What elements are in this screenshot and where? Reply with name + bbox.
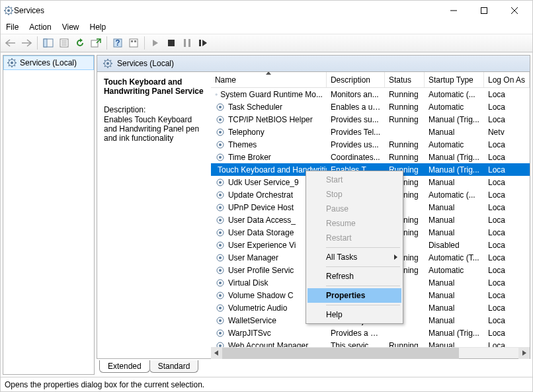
context-refresh[interactable]: Refresh bbox=[308, 269, 401, 284]
tab-standard[interactable]: Standard bbox=[149, 360, 199, 373]
gear-icon bbox=[215, 190, 226, 200]
stop-service-button[interactable] bbox=[164, 36, 179, 50]
cell-description: Provides su... bbox=[327, 115, 385, 124]
menu-file[interactable]: File bbox=[6, 22, 19, 32]
cell-status: Running bbox=[385, 115, 425, 124]
cell-description: Provides a JI... bbox=[327, 329, 385, 338]
nav-item-services-local[interactable]: Services (Local) bbox=[3, 56, 94, 70]
column-description[interactable]: Description bbox=[327, 72, 385, 87]
column-startup-type[interactable]: Startup Type bbox=[425, 72, 484, 87]
service-row[interactable]: WarpJITSvcProvides a JI...Manual (Trig..… bbox=[211, 327, 530, 339]
cell-startup: Manual bbox=[425, 291, 484, 300]
cell-status: Running bbox=[385, 341, 425, 348]
horizontal-scrollbar[interactable] bbox=[211, 347, 530, 358]
column-name[interactable]: Name bbox=[211, 72, 327, 87]
svg-point-39 bbox=[219, 143, 222, 146]
context-resume[interactable]: Resume bbox=[308, 216, 401, 231]
service-row[interactable]: ThemesProvides us...RunningAutomaticLoca bbox=[211, 138, 530, 151]
cell-logon: Loca bbox=[484, 316, 530, 325]
service-row[interactable]: Web Account ManagerThis service ...Runni… bbox=[211, 339, 530, 347]
svg-point-71 bbox=[219, 344, 222, 347]
cell-startup: Manual bbox=[425, 203, 484, 212]
service-row[interactable]: Task SchedulerEnables a us...RunningAuto… bbox=[211, 100, 530, 113]
close-button[interactable] bbox=[499, 1, 530, 20]
cell-logon: Netv bbox=[484, 128, 530, 137]
refresh-button[interactable] bbox=[73, 36, 87, 50]
context-restart[interactable]: Restart bbox=[308, 231, 401, 245]
scroll-thumb[interactable] bbox=[222, 348, 459, 359]
restart-service-button[interactable] bbox=[196, 36, 210, 50]
export-button[interactable] bbox=[89, 36, 103, 50]
pause-service-button[interactable] bbox=[180, 36, 194, 50]
svg-point-41 bbox=[219, 156, 222, 159]
column-status[interactable]: Status bbox=[385, 72, 425, 87]
sort-indicator-icon bbox=[266, 72, 271, 75]
properties-toolbar-button[interactable] bbox=[57, 36, 71, 50]
gear-icon bbox=[215, 340, 226, 348]
scroll-right-button[interactable] bbox=[518, 348, 530, 359]
help-toolbar-button[interactable]: ? bbox=[110, 36, 125, 50]
forward-button[interactable] bbox=[19, 36, 34, 50]
context-help[interactable]: Help bbox=[308, 307, 401, 322]
cell-startup: Automatic bbox=[425, 140, 484, 149]
gear-icon bbox=[7, 58, 17, 68]
svg-rect-23 bbox=[130, 39, 138, 47]
cell-logon: Loca bbox=[484, 341, 530, 348]
tab-extended[interactable]: Extended bbox=[99, 360, 150, 373]
svg-point-31 bbox=[216, 94, 217, 95]
nav-tree[interactable]: Services (Local) bbox=[3, 55, 95, 375]
maximize-button[interactable] bbox=[469, 1, 499, 20]
cell-startup: Automatic (... bbox=[425, 190, 484, 200]
cell-startup: Manual bbox=[425, 178, 484, 187]
context-stop[interactable]: Stop bbox=[308, 187, 401, 202]
options-button[interactable] bbox=[126, 36, 141, 50]
svg-rect-24 bbox=[131, 40, 133, 42]
cell-name: Web Account Manager bbox=[211, 340, 327, 348]
context-all-tasks[interactable]: All Tasks bbox=[308, 250, 401, 264]
cell-name: Time Broker bbox=[211, 152, 327, 163]
service-row[interactable]: TCP/IP NetBIOS HelperProvides su...Runni… bbox=[211, 113, 530, 126]
svg-point-69 bbox=[219, 332, 222, 334]
svg-point-65 bbox=[219, 307, 222, 309]
context-start[interactable]: Start bbox=[308, 173, 401, 187]
cell-startup: Manual bbox=[425, 128, 484, 137]
service-row[interactable]: TelephonyProvides Tel...ManualNetv bbox=[211, 126, 530, 138]
menu-action[interactable]: Action bbox=[29, 22, 51, 32]
svg-rect-25 bbox=[134, 40, 136, 42]
service-row[interactable]: Time BrokerCoordinates...RunningManual (… bbox=[211, 151, 530, 163]
gear-icon bbox=[215, 114, 226, 125]
cell-description: This service ... bbox=[327, 341, 385, 348]
show-hide-tree-button[interactable] bbox=[41, 36, 56, 50]
gear-icon bbox=[215, 290, 226, 301]
back-button[interactable] bbox=[3, 36, 18, 50]
menu-help[interactable]: Help bbox=[90, 22, 106, 32]
cell-status: Running bbox=[385, 90, 425, 99]
svg-point-57 bbox=[219, 256, 222, 259]
body: Services (Local) Services (Local) Touch … bbox=[1, 52, 532, 377]
svg-point-55 bbox=[219, 244, 222, 247]
minimize-button[interactable] bbox=[438, 1, 469, 20]
context-properties[interactable]: Properties bbox=[308, 288, 401, 303]
toolbar: ? bbox=[1, 34, 532, 52]
gear-icon bbox=[215, 315, 226, 326]
cell-name: WarpJITSvc bbox=[211, 328, 327, 338]
cell-startup: Manual bbox=[425, 216, 484, 225]
cell-name: TCP/IP NetBIOS Helper bbox=[211, 114, 327, 125]
service-row[interactable]: System Guard Runtime Mo...Monitors an...… bbox=[211, 88, 530, 100]
gear-icon bbox=[215, 127, 226, 137]
column-logon[interactable]: Log On As bbox=[484, 72, 530, 87]
cell-status: Running bbox=[385, 153, 425, 162]
cell-logon: Loca bbox=[484, 115, 530, 124]
context-pause[interactable]: Pause bbox=[308, 202, 401, 216]
gear-icon bbox=[215, 202, 226, 213]
svg-rect-27 bbox=[184, 39, 186, 47]
description-text: Enables Touch Keyboard and Handwriting P… bbox=[104, 115, 204, 143]
menu-view[interactable]: View bbox=[62, 22, 79, 32]
cell-startup: Automatic bbox=[425, 102, 484, 112]
cell-logon: Loca bbox=[484, 190, 530, 200]
scroll-left-button[interactable] bbox=[211, 348, 222, 359]
scroll-track[interactable] bbox=[222, 348, 518, 359]
cell-startup: Manual bbox=[425, 228, 484, 237]
start-service-button[interactable] bbox=[148, 36, 163, 50]
cell-logon: Loca bbox=[484, 178, 530, 187]
